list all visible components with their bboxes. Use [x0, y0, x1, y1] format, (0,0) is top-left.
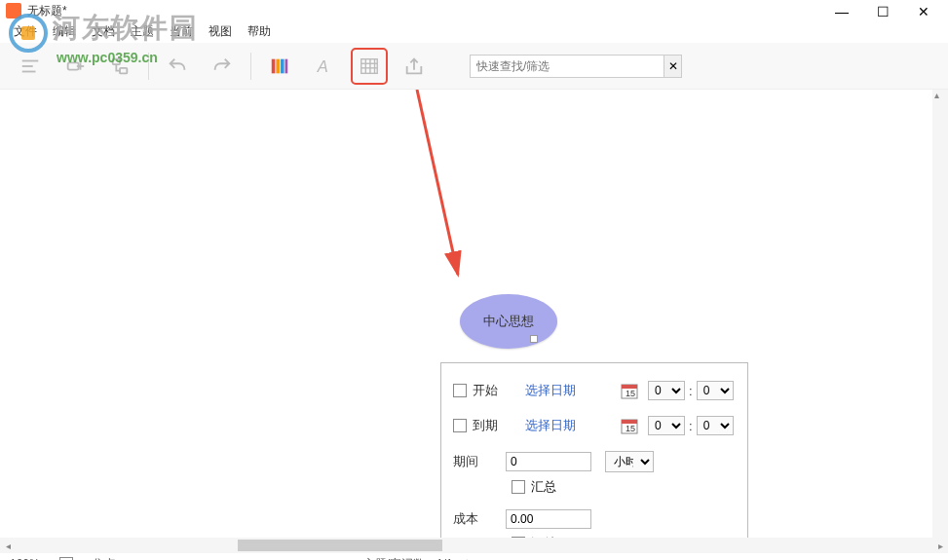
svg-rect-12	[281, 58, 284, 73]
duration-label: 期间	[453, 453, 506, 470]
calendar-icon[interactable]: 15	[621, 417, 638, 434]
start-label: 开始	[473, 382, 525, 399]
svg-text:A: A	[317, 57, 328, 75]
svg-line-22	[417, 90, 458, 275]
cost-row: 成本	[453, 509, 736, 529]
focus-label: 焦点	[93, 556, 116, 561]
cost-label: 成本	[453, 510, 506, 528]
duration-row: 期间 小时	[453, 451, 736, 472]
scroll-left-arrow[interactable]: ◂	[0, 538, 16, 553]
svg-text:15: 15	[626, 424, 635, 433]
color-button[interactable]	[263, 50, 296, 83]
toolbar-separator	[250, 53, 251, 80]
horizontal-scrollbar[interactable]: ◂ ▸	[0, 538, 948, 553]
time-colon: :	[689, 419, 693, 433]
annotation-arrow	[0, 90, 682, 382]
calendar-button[interactable]	[353, 50, 386, 83]
summary-label: 汇总	[531, 478, 556, 496]
end-label: 到期	[473, 417, 525, 434]
node-handle[interactable]	[530, 335, 538, 343]
window-controls: — ☐ ✕	[827, 2, 938, 21]
cost-input[interactable]	[506, 509, 591, 529]
center-node[interactable]: 中心思想	[460, 294, 557, 349]
svg-rect-11	[276, 58, 280, 73]
center-node-label: 中心思想	[483, 313, 534, 330]
menu-help[interactable]: 帮助	[240, 21, 279, 43]
start-checkbox[interactable]	[453, 384, 467, 397]
canvas[interactable]: ▴ 中心思想 开始 选择日期 15 0 : 0 到期 选择日期 15 0 : 0	[0, 90, 948, 538]
svg-rect-9	[120, 67, 127, 73]
share-button[interactable]	[398, 50, 431, 83]
watermark-text: 河东软件园	[53, 13, 199, 43]
end-date-link[interactable]: 选择日期	[525, 417, 576, 434]
watermark: 河东软件园 www.pc0359.cn	[8, 10, 199, 65]
maximize-button[interactable]: ☐	[868, 2, 897, 21]
search-container: ✕	[470, 55, 682, 78]
scroll-right-arrow[interactable]: ▸	[932, 538, 948, 553]
duration-input[interactable]	[506, 452, 591, 471]
statusbar: 100% 焦点 主题/字词数：1/1，）	[0, 553, 948, 560]
menu-view[interactable]: 视图	[201, 21, 240, 43]
start-minute-select[interactable]: 0	[697, 381, 734, 400]
duration-summary-checkbox[interactable]	[512, 480, 525, 494]
redo-button[interactable]	[206, 50, 239, 83]
svg-rect-13	[285, 58, 288, 73]
vertical-scrollbar[interactable]: ▴	[932, 90, 948, 538]
duration-unit-select[interactable]: 小时	[605, 451, 654, 472]
close-button[interactable]: ✕	[909, 2, 938, 21]
minimize-button[interactable]: —	[827, 2, 856, 21]
calendar-icon[interactable]: 15	[621, 382, 638, 399]
search-input[interactable]	[470, 55, 664, 78]
end-minute-select[interactable]: 0	[697, 416, 734, 435]
svg-rect-1	[21, 26, 35, 40]
scroll-up-arrow[interactable]: ▴	[934, 90, 939, 100]
duration-summary-row: 汇总	[512, 478, 736, 496]
scroll-thumb[interactable]	[238, 540, 442, 551]
end-hour-select[interactable]: 0	[648, 416, 685, 435]
task-panel: 开始 选择日期 15 0 : 0 到期 选择日期 15 0 : 0 期间 小时 …	[440, 362, 748, 538]
time-colon: :	[689, 384, 693, 398]
svg-rect-10	[272, 58, 276, 73]
end-row: 到期 选择日期 15 0 : 0	[453, 416, 736, 435]
start-hour-select[interactable]: 0	[648, 381, 685, 400]
word-count: 主题/字词数：1/1，）	[363, 556, 476, 561]
start-date-link[interactable]: 选择日期	[525, 382, 576, 399]
font-button[interactable]: A	[308, 50, 341, 83]
svg-text:15: 15	[626, 389, 635, 398]
start-row: 开始 选择日期 15 0 : 0	[453, 381, 736, 400]
search-clear-button[interactable]: ✕	[664, 55, 682, 78]
end-checkbox[interactable]	[453, 419, 467, 432]
